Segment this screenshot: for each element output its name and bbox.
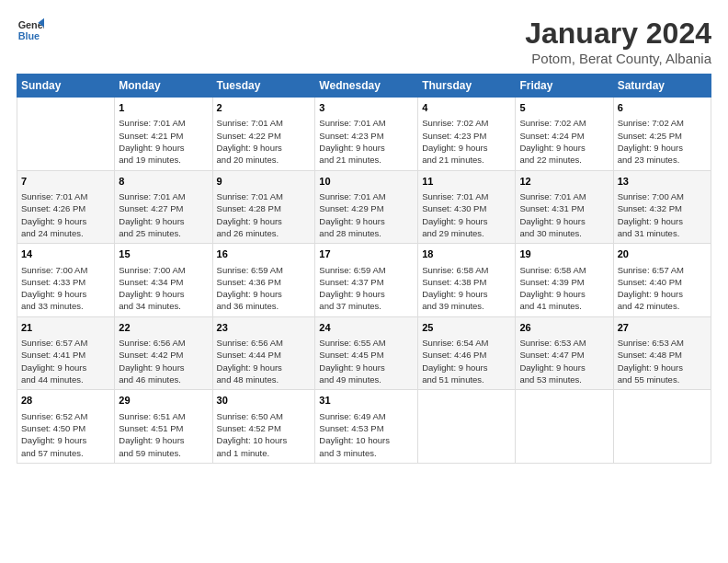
week-row-4: 21Sunrise: 6:57 AM Sunset: 4:41 PM Dayli… bbox=[17, 316, 711, 390]
day-info: Sunrise: 6:51 AM Sunset: 4:51 PM Dayligh… bbox=[119, 410, 208, 459]
table-row: 7Sunrise: 7:01 AM Sunset: 4:26 PM Daylig… bbox=[17, 170, 115, 244]
day-info: Sunrise: 6:59 AM Sunset: 4:37 PM Dayligh… bbox=[319, 264, 414, 313]
table-row: 14Sunrise: 7:00 AM Sunset: 4:33 PM Dayli… bbox=[17, 244, 115, 317]
day-info: Sunrise: 6:53 AM Sunset: 4:48 PM Dayligh… bbox=[618, 337, 707, 385]
day-info: Sunrise: 7:00 AM Sunset: 4:33 PM Dayligh… bbox=[21, 264, 110, 313]
header-monday: Monday bbox=[115, 75, 212, 98]
table-row: 23Sunrise: 6:56 AM Sunset: 4:44 PM Dayli… bbox=[212, 316, 315, 390]
day-number: 13 bbox=[618, 175, 707, 189]
day-info: Sunrise: 7:02 AM Sunset: 4:25 PM Dayligh… bbox=[618, 117, 707, 166]
day-info: Sunrise: 7:02 AM Sunset: 4:23 PM Dayligh… bbox=[422, 117, 511, 166]
page: General Blue January 2024 Potom, Berat C… bbox=[0, 0, 728, 563]
day-number: 17 bbox=[319, 247, 414, 261]
table-row: 3Sunrise: 7:01 AM Sunset: 4:23 PM Daylig… bbox=[315, 98, 418, 171]
week-row-3: 14Sunrise: 7:00 AM Sunset: 4:33 PM Dayli… bbox=[17, 244, 711, 317]
day-number: 20 bbox=[618, 247, 707, 261]
table-row: 12Sunrise: 7:01 AM Sunset: 4:31 PM Dayli… bbox=[516, 170, 613, 244]
table-row: 21Sunrise: 6:57 AM Sunset: 4:41 PM Dayli… bbox=[17, 316, 115, 390]
day-info: Sunrise: 7:01 AM Sunset: 4:27 PM Dayligh… bbox=[119, 190, 208, 239]
day-info: Sunrise: 7:01 AM Sunset: 4:31 PM Dayligh… bbox=[519, 190, 609, 239]
week-row-1: 1Sunrise: 7:01 AM Sunset: 4:21 PM Daylig… bbox=[17, 98, 711, 171]
header-thursday: Thursday bbox=[418, 75, 516, 98]
svg-text:Blue: Blue bbox=[18, 30, 40, 41]
day-number: 6 bbox=[618, 101, 707, 115]
table-row: 19Sunrise: 6:58 AM Sunset: 4:39 PM Dayli… bbox=[516, 244, 613, 317]
table-row: 6Sunrise: 7:02 AM Sunset: 4:25 PM Daylig… bbox=[613, 98, 711, 171]
subtitle: Potom, Berat County, Albania bbox=[525, 51, 711, 66]
header-sunday: Sunday bbox=[17, 75, 115, 98]
day-number: 16 bbox=[217, 247, 312, 261]
day-number: 14 bbox=[21, 247, 110, 261]
table-row bbox=[613, 390, 711, 464]
day-number: 1 bbox=[119, 101, 208, 115]
day-number: 11 bbox=[422, 175, 511, 189]
header-row: Sunday Monday Tuesday Wednesday Thursday… bbox=[17, 75, 711, 98]
day-info: Sunrise: 6:54 AM Sunset: 4:46 PM Dayligh… bbox=[422, 337, 511, 385]
day-number: 24 bbox=[319, 321, 414, 335]
table-row: 30Sunrise: 6:50 AM Sunset: 4:52 PM Dayli… bbox=[212, 390, 315, 464]
table-row: 13Sunrise: 7:00 AM Sunset: 4:32 PM Dayli… bbox=[613, 170, 711, 244]
header-tuesday: Tuesday bbox=[212, 75, 315, 98]
day-info: Sunrise: 6:55 AM Sunset: 4:45 PM Dayligh… bbox=[319, 337, 414, 385]
table-row: 15Sunrise: 7:00 AM Sunset: 4:34 PM Dayli… bbox=[115, 244, 212, 317]
week-row-2: 7Sunrise: 7:01 AM Sunset: 4:26 PM Daylig… bbox=[17, 170, 711, 244]
day-number: 27 bbox=[618, 321, 707, 335]
table-row: 18Sunrise: 6:58 AM Sunset: 4:38 PM Dayli… bbox=[418, 244, 516, 317]
table-row: 4Sunrise: 7:02 AM Sunset: 4:23 PM Daylig… bbox=[418, 98, 516, 171]
table-row: 10Sunrise: 7:01 AM Sunset: 4:29 PM Dayli… bbox=[315, 170, 418, 244]
week-row-5: 28Sunrise: 6:52 AM Sunset: 4:50 PM Dayli… bbox=[17, 390, 711, 464]
day-number: 15 bbox=[119, 247, 208, 261]
title-block: January 2024 Potom, Berat County, Albani… bbox=[525, 17, 711, 66]
day-number: 4 bbox=[422, 101, 511, 115]
day-info: Sunrise: 6:50 AM Sunset: 4:52 PM Dayligh… bbox=[217, 410, 312, 459]
day-info: Sunrise: 6:57 AM Sunset: 4:40 PM Dayligh… bbox=[618, 264, 707, 313]
day-number: 31 bbox=[319, 394, 414, 408]
day-info: Sunrise: 7:00 AM Sunset: 4:32 PM Dayligh… bbox=[618, 190, 707, 239]
day-info: Sunrise: 6:59 AM Sunset: 4:36 PM Dayligh… bbox=[217, 264, 312, 313]
table-row bbox=[418, 390, 516, 464]
calendar-table: Sunday Monday Tuesday Wednesday Thursday… bbox=[17, 74, 711, 464]
logo: General Blue bbox=[17, 17, 44, 44]
table-row: 1Sunrise: 7:01 AM Sunset: 4:21 PM Daylig… bbox=[115, 98, 212, 171]
table-row: 2Sunrise: 7:01 AM Sunset: 4:22 PM Daylig… bbox=[212, 98, 315, 171]
table-row: 20Sunrise: 6:57 AM Sunset: 4:40 PM Dayli… bbox=[613, 244, 711, 317]
day-info: Sunrise: 6:58 AM Sunset: 4:38 PM Dayligh… bbox=[422, 264, 511, 313]
day-info: Sunrise: 6:57 AM Sunset: 4:41 PM Dayligh… bbox=[21, 337, 110, 385]
day-info: Sunrise: 7:01 AM Sunset: 4:22 PM Dayligh… bbox=[217, 117, 312, 166]
table-row bbox=[17, 98, 115, 171]
header-friday: Friday bbox=[516, 75, 613, 98]
day-number: 28 bbox=[21, 394, 110, 408]
table-row: 26Sunrise: 6:53 AM Sunset: 4:47 PM Dayli… bbox=[516, 316, 613, 390]
table-row: 16Sunrise: 6:59 AM Sunset: 4:36 PM Dayli… bbox=[212, 244, 315, 317]
table-row: 8Sunrise: 7:01 AM Sunset: 4:27 PM Daylig… bbox=[115, 170, 212, 244]
logo-icon: General Blue bbox=[17, 17, 44, 44]
table-row: 31Sunrise: 6:49 AM Sunset: 4:53 PM Dayli… bbox=[315, 390, 418, 464]
table-row: 27Sunrise: 6:53 AM Sunset: 4:48 PM Dayli… bbox=[613, 316, 711, 390]
table-row: 9Sunrise: 7:01 AM Sunset: 4:28 PM Daylig… bbox=[212, 170, 315, 244]
header-saturday: Saturday bbox=[613, 75, 711, 98]
header: General Blue January 2024 Potom, Berat C… bbox=[17, 17, 711, 66]
day-info: Sunrise: 7:01 AM Sunset: 4:26 PM Dayligh… bbox=[21, 190, 110, 239]
table-row: 11Sunrise: 7:01 AM Sunset: 4:30 PM Dayli… bbox=[418, 170, 516, 244]
day-info: Sunrise: 7:02 AM Sunset: 4:24 PM Dayligh… bbox=[519, 117, 609, 166]
day-number: 3 bbox=[319, 101, 414, 115]
day-number: 2 bbox=[217, 101, 312, 115]
table-row: 5Sunrise: 7:02 AM Sunset: 4:24 PM Daylig… bbox=[516, 98, 613, 171]
day-number: 8 bbox=[119, 175, 208, 189]
day-number: 22 bbox=[119, 321, 208, 335]
day-number: 12 bbox=[519, 175, 609, 189]
table-row: 17Sunrise: 6:59 AM Sunset: 4:37 PM Dayli… bbox=[315, 244, 418, 317]
day-number: 7 bbox=[21, 175, 110, 189]
day-number: 25 bbox=[422, 321, 511, 335]
main-title: January 2024 bbox=[525, 17, 711, 51]
day-number: 10 bbox=[319, 175, 414, 189]
day-number: 30 bbox=[217, 394, 312, 408]
day-info: Sunrise: 6:53 AM Sunset: 4:47 PM Dayligh… bbox=[519, 337, 609, 385]
day-number: 26 bbox=[519, 321, 609, 335]
day-info: Sunrise: 7:01 AM Sunset: 4:21 PM Dayligh… bbox=[119, 117, 208, 166]
day-number: 23 bbox=[217, 321, 312, 335]
day-info: Sunrise: 6:56 AM Sunset: 4:44 PM Dayligh… bbox=[217, 337, 312, 385]
table-row: 22Sunrise: 6:56 AM Sunset: 4:42 PM Dayli… bbox=[115, 316, 212, 390]
day-number: 21 bbox=[21, 321, 110, 335]
day-number: 29 bbox=[119, 394, 208, 408]
